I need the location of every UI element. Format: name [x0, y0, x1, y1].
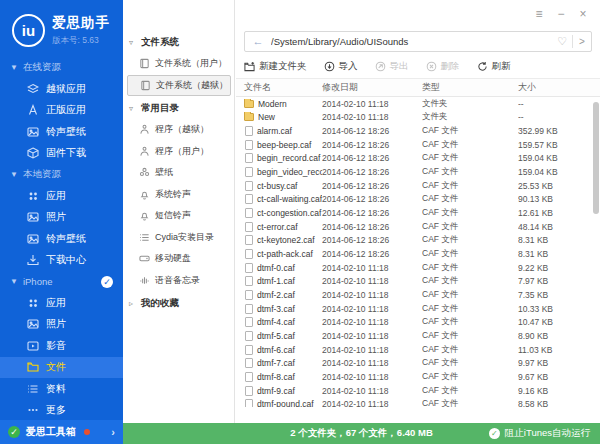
- file-type: CAF 文件: [422, 193, 518, 205]
- file-type: CAF 文件: [422, 275, 518, 287]
- sidebar-item-local-apps[interactable]: 应用: [0, 185, 123, 207]
- file-name: ct-keytone2.caf: [257, 235, 315, 245]
- tree-item-mobile-disk[interactable]: 移动硬盘: [123, 248, 234, 270]
- sidebar-section-label: 本地资源: [23, 168, 61, 181]
- table-row[interactable]: dtmf-4.caf2014-02-10 11:18CAF 文件10.47 KB: [236, 316, 600, 330]
- close-icon[interactable]: ×: [574, 6, 592, 22]
- sidebar-item-local-photos[interactable]: 照片: [0, 207, 123, 229]
- tree-item-label: 壁纸: [155, 166, 173, 179]
- tree-item-wallpaper[interactable]: 壁纸: [123, 162, 234, 184]
- system-ringtones-icon: [138, 188, 150, 200]
- file-icon: [245, 399, 253, 407]
- file-size: 90.13 KB: [518, 194, 600, 204]
- table-row[interactable]: ct-keytone2.caf2014-06-12 18:26CAF 文件8.3…: [236, 234, 600, 248]
- tree-item-label: 语音备忘录: [155, 274, 200, 287]
- table-row[interactable]: dtmf-1.caf2014-02-10 11:18CAF 文件7.97 KB: [236, 275, 600, 289]
- tree-group-my-favorites[interactable]: ▹我的收藏: [123, 293, 234, 314]
- column-header-3[interactable]: 大小: [518, 81, 600, 94]
- scrollbar-thumb[interactable]: [593, 102, 599, 214]
- file-size: 8.90 KB: [518, 331, 600, 341]
- file-name: ct-busy.caf: [257, 181, 297, 191]
- download-center-icon: [26, 254, 39, 267]
- connected-check-icon: ✓: [101, 276, 113, 288]
- table-row[interactable]: begin_video_record.caf2014-06-12 18:26CA…: [236, 165, 600, 179]
- column-header-2[interactable]: 类型: [422, 81, 518, 94]
- sidebar-item-jailbreak-apps[interactable]: 越狱应用: [0, 78, 123, 100]
- back-arrow-icon[interactable]: ←: [245, 35, 271, 47]
- sidebar-item-device-more[interactable]: 更多: [0, 400, 123, 422]
- column-header-1[interactable]: 修改日期: [322, 81, 422, 94]
- table-row[interactable]: ct-congestion.caf2014-06-12 18:26CAF 文件1…: [236, 206, 600, 220]
- file-type: CAF 文件: [422, 303, 518, 315]
- table-row[interactable]: dtmf-8.caf2014-02-10 11:18CAF 文件9.67 KB: [236, 370, 600, 384]
- minimize-icon[interactable]: −: [552, 6, 570, 22]
- table-row[interactable]: begin_record.caf2014-06-12 18:26CAF 文件15…: [236, 152, 600, 166]
- table-row[interactable]: dtmf-6.caf2014-02-10 11:18CAF 文件11.03 KB: [236, 343, 600, 357]
- sidebar-section-local-resources[interactable]: ▼本地资源: [0, 164, 123, 185]
- new-folder-icon: [244, 61, 255, 72]
- file-size: 48.14 KB: [518, 222, 600, 232]
- tree-group-label: 常用目录: [141, 102, 179, 115]
- tree-item-voice-memos[interactable]: 语音备忘录: [123, 270, 234, 292]
- table-row[interactable]: dtmf-3.caf2014-02-10 11:18CAF 文件10.33 KB: [236, 302, 600, 316]
- table-row[interactable]: ct-busy.caf2014-06-12 18:26CAF 文件25.53 K…: [236, 179, 600, 193]
- file-name: dtmf-7.caf: [257, 358, 295, 368]
- file-icon: [245, 153, 253, 163]
- file-date: 2014-02-10 11:18: [322, 290, 422, 300]
- sidebar-item-firmware-download[interactable]: 固件下载: [0, 143, 123, 165]
- sidebar-item-device-photos[interactable]: 照片: [0, 314, 123, 336]
- sidebar-item-device-media[interactable]: 影音: [0, 335, 123, 357]
- file-size: 8.31 KB: [518, 235, 600, 245]
- go-arrow-icon[interactable]: >: [573, 36, 591, 47]
- file-icon: [245, 276, 253, 286]
- new-folder-button[interactable]: 新建文件夹: [244, 60, 307, 73]
- sidebar-item-local-ringtone-wallpaper[interactable]: 铃声壁纸: [0, 228, 123, 250]
- path-input[interactable]: /System/Library/Audio/UISounds: [271, 36, 552, 47]
- table-row[interactable]: dtmf-2.caf2014-02-10 11:18CAF 文件7.35 KB: [236, 288, 600, 302]
- table-row[interactable]: alarm.caf2014-06-12 18:26CAF 文件352.99 KB: [236, 124, 600, 138]
- file-size: --: [518, 99, 600, 109]
- brand: iu 爱思助手 版本号: 5.63: [0, 0, 123, 47]
- tree-item-filesystem-jailbreak[interactable]: 文件系统（越狱）: [127, 75, 231, 97]
- table-row[interactable]: dtmf-7.caf2014-02-10 11:18CAF 文件9.97 KB: [236, 356, 600, 370]
- sidebar-section-iphone[interactable]: ▼iPhone✓: [0, 271, 123, 292]
- table-row[interactable]: Modern2014-02-10 11:18文件夹--: [236, 97, 600, 111]
- file-size: 8.31 KB: [518, 249, 600, 259]
- table-row[interactable]: beep-beep.caf2014-06-12 18:26CAF 文件159.5…: [236, 138, 600, 152]
- tree-item-programs-jailbreak[interactable]: 程序（越狱）: [123, 119, 234, 141]
- menu-icon[interactable]: ≡: [530, 6, 548, 22]
- refresh-button[interactable]: 刷新: [477, 60, 511, 73]
- table-row[interactable]: dtmf-0.caf2014-02-10 11:18CAF 文件9.22 KB: [236, 261, 600, 275]
- import-button[interactable]: 导入: [324, 60, 358, 73]
- tree-group-common-directories[interactable]: ▿常用目录: [123, 98, 234, 119]
- file-name: dtmf-0.caf: [257, 263, 295, 273]
- tree-item-programs-user[interactable]: 程序（用户）: [123, 141, 234, 163]
- sidebar-item-download-center[interactable]: 下载中心: [0, 250, 123, 272]
- table-row[interactable]: dtmf-5.caf2014-02-10 11:18CAF 文件8.90 KB: [236, 329, 600, 343]
- tree-item-filesystem-user[interactable]: 文件系统（用户）: [123, 53, 234, 75]
- sidebar-section-online-resources[interactable]: ▼在线资源: [0, 57, 123, 78]
- favorite-heart-icon[interactable]: ♡: [552, 35, 572, 48]
- tree-item-label: Cydia安装目录: [155, 231, 214, 244]
- block-itunes-toggle[interactable]: ✓ 阻止iTunes自动运行: [489, 427, 590, 440]
- tree-item-sms-ringtones[interactable]: 短信铃声: [123, 205, 234, 227]
- device-photos-icon: [26, 318, 39, 331]
- sidebar-item-device-data[interactable]: 资料: [0, 378, 123, 400]
- table-row[interactable]: dtmf-pound.caf2014-02-10 11:18CAF 文件8.58…: [236, 397, 600, 407]
- table-row[interactable]: ct-error.caf2014-06-12 18:26CAF 文件48.14 …: [236, 220, 600, 234]
- tree-group-file-system[interactable]: ▿文件系统: [123, 32, 234, 53]
- sidebar-item-ringtone-wallpaper[interactable]: 铃声壁纸: [0, 121, 123, 143]
- table-row[interactable]: dtmf-9.caf2014-02-10 11:18CAF 文件9.16 KB: [236, 384, 600, 398]
- sidebar-item-device-apps[interactable]: 应用: [0, 292, 123, 314]
- sidebar-item-genuine-apps[interactable]: 正版应用: [0, 100, 123, 122]
- tree-item-system-ringtones[interactable]: 系统铃声: [123, 184, 234, 206]
- sidebar-item-device-files[interactable]: 文件: [0, 357, 123, 379]
- toolbox-bar[interactable]: ✓ 爱思工具箱 ›: [0, 420, 123, 444]
- column-header-0[interactable]: 文件名: [236, 81, 322, 94]
- filesystem-user-icon: [138, 58, 150, 70]
- table-row[interactable]: ct-path-ack.caf2014-06-12 18:26CAF 文件8.3…: [236, 247, 600, 261]
- sidebar-item-label: 铃声壁纸: [46, 232, 86, 246]
- table-row[interactable]: New2014-02-10 11:18文件夹--: [236, 111, 600, 125]
- table-row[interactable]: ct-call-waiting.caf2014-06-12 18:26CAF 文…: [236, 193, 600, 207]
- tree-item-cydia-install-dir[interactable]: Cydia安装目录: [123, 227, 234, 249]
